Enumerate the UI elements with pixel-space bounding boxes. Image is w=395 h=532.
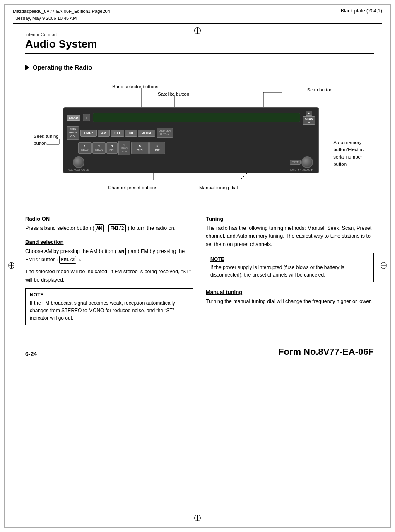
label-channel-preset: Channel preset buttons [108, 184, 157, 191]
note-box-right: NOTE If the power supply is interrupted … [206, 253, 374, 282]
page-number: 6-24 [25, 351, 37, 357]
tune-label: TUNE ◄◄ AUDIO ► [289, 169, 313, 171]
preset-6-button[interactable]: 6▶▶ [149, 142, 165, 154]
fm12-inline-btn: FM1/2 [108, 224, 125, 232]
page-header: Mazdaspeed6_8V77-EA-06F_Edition1 Page204… [5, 5, 390, 23]
disp-esn-button[interactable]: DISP/ESN AUTO-M [157, 128, 173, 138]
operating-heading: Operating the Radio [25, 64, 374, 71]
scan-label: SCAN [305, 118, 313, 121]
seek-track-apc-button[interactable]: SEEK TRACK APC [67, 126, 79, 139]
top-registration-mark [194, 27, 201, 35]
text-button[interactable]: TEXT [290, 160, 300, 165]
radio-faceplate: LOAD ↕ ▲ SCAN ■■ [63, 107, 319, 173]
band-selection-heading: Band selection [25, 239, 193, 245]
label-seek-tuning: Seek tuning button [34, 133, 59, 147]
am-inline-btn: AM [95, 224, 104, 232]
triangle-icon [25, 65, 29, 70]
fm12-button[interactable]: FM1/2 [80, 130, 96, 137]
volume-knob[interactable] [73, 156, 84, 168]
note-text-left: If the FM broadcast signal becomes weak,… [30, 299, 189, 322]
label-band-selector: Band selector buttons [112, 83, 158, 90]
header-line2: Tuesday, May 9 2006 10:45 AM [13, 15, 110, 22]
radio-on-text: Press a band selector button (AM , FM1/2… [25, 224, 193, 232]
tuning-heading: Tuning [206, 216, 374, 222]
page-outer: Mazdaspeed6_8V77-EA-06F_Edition1 Page204… [4, 4, 391, 528]
radio-display [93, 113, 300, 122]
band-selection-text1: Choose AM by pressing the AM button (AM … [25, 248, 193, 264]
manual-tuning-text: Turning the manual tuning dial will chan… [206, 298, 374, 306]
media-button[interactable]: MEDIA [138, 130, 155, 137]
left-column: Radio ON Press a band selector button (A… [25, 216, 193, 330]
label-manual-tuning: Manual tuning dial [199, 184, 238, 191]
preset-3-button[interactable]: 3RPT [106, 142, 118, 154]
vol-label: VOL AUX POWER [68, 169, 89, 171]
note-label-left: NOTE [30, 292, 189, 298]
right-registration-mark [381, 262, 387, 270]
main-content: Interior Comfort Audio System Operating … [5, 24, 390, 338]
right-column: Tuning The radio has the following tunin… [206, 216, 374, 330]
header-left: Mazdaspeed6_8V77-EA-06F_Edition1 Page204… [13, 8, 110, 22]
header-line1: Mazdaspeed6_8V77-EA-06F_Edition1 Page204 [13, 8, 110, 15]
header-right: Black plate (204,1) [341, 8, 382, 14]
scan-button-indicator[interactable]: SCAN ■■ [303, 116, 315, 125]
label-auto-memory: Auto memory button/Electric serial numbe… [333, 139, 364, 168]
note-text-right: If the power supply is interrupted (fuse… [210, 264, 369, 279]
page-footer: 6-24 Form No.8V77-EA-06F [5, 342, 390, 361]
two-column-body: Radio ON Press a band selector button (A… [25, 216, 374, 330]
band-selection-text2: The selected mode will be indicated. If … [25, 268, 193, 284]
fm12-inline-btn2: FM1/2 [59, 256, 76, 264]
page-title: Audio System [25, 38, 374, 54]
load-button[interactable]: LOAD [67, 115, 80, 121]
label-satellite: Satellite button [158, 91, 189, 97]
label-scan: Scan button [307, 87, 332, 93]
operating-heading-text: Operating the Radio [33, 64, 92, 71]
preset-2-button[interactable]: 2DECA [92, 142, 106, 154]
radio-diagram: Band selector buttons Satellite button S… [25, 79, 374, 203]
preset-1-button[interactable]: 1DECV [78, 142, 92, 154]
left-registration-mark [8, 262, 14, 270]
preset-5-button[interactable]: 5◄◄ [131, 142, 149, 154]
cd-button[interactable]: CD [125, 130, 137, 137]
note-label-right: NOTE [210, 256, 369, 262]
tuning-text: The radio has the following tuning metho… [206, 224, 374, 248]
am-inline-btn2: AM [117, 248, 125, 255]
am-button[interactable]: AM [98, 130, 110, 137]
preset-4-button[interactable]: 4PROG RDM [118, 141, 130, 155]
sat-button[interactable]: SAT [111, 130, 124, 137]
bottom-registration-mark [194, 515, 201, 522]
svg-line-9 [241, 173, 247, 180]
tune-knob[interactable] [301, 156, 313, 168]
form-number: Form No.8V77-EA-06F [278, 347, 374, 357]
radio-on-heading: Radio ON [25, 216, 193, 222]
manual-tuning-heading: Manual tuning [206, 289, 374, 295]
note-box-left: NOTE If the FM broadcast signal becomes … [25, 288, 193, 325]
